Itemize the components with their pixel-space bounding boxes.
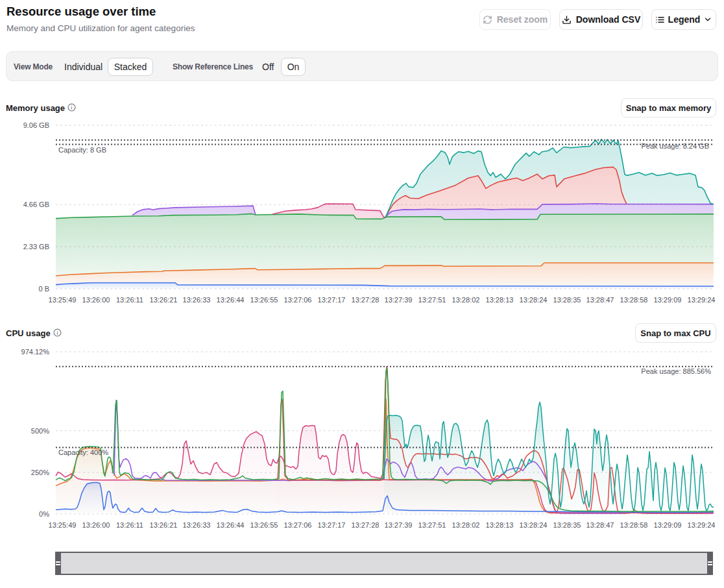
svg-text:13:28:13: 13:28:13 — [486, 521, 514, 529]
svg-text:13:27:39: 13:27:39 — [385, 296, 413, 304]
svg-text:13:26:11: 13:26:11 — [116, 521, 143, 529]
svg-text:13:28:47: 13:28:47 — [586, 296, 614, 304]
svg-text:13:29:24: 13:29:24 — [688, 521, 716, 529]
svg-text:13:27:17: 13:27:17 — [318, 521, 346, 529]
svg-text:13:26:00: 13:26:00 — [82, 521, 110, 529]
svg-text:9.06 GB: 9.06 GB — [23, 121, 49, 129]
svg-text:Peak usage: 8.24 GB: Peak usage: 8.24 GB — [641, 142, 709, 150]
svg-text:13:26:33: 13:26:33 — [183, 296, 211, 304]
svg-text:13:26:21: 13:26:21 — [150, 521, 178, 529]
svg-text:13:27:51: 13:27:51 — [418, 521, 446, 529]
svg-text:13:26:33: 13:26:33 — [183, 521, 211, 529]
svg-text:13:27:28: 13:27:28 — [352, 521, 380, 529]
svg-text:13:29:24: 13:29:24 — [688, 296, 716, 304]
svg-text:13:26:55: 13:26:55 — [250, 521, 278, 529]
svg-text:13:25:49: 13:25:49 — [49, 296, 77, 304]
svg-text:974.12%: 974.12% — [21, 348, 50, 356]
svg-text:13:26:44: 13:26:44 — [217, 521, 245, 529]
svg-text:13:28:35: 13:28:35 — [553, 296, 581, 304]
svg-text:13:28:58: 13:28:58 — [620, 521, 648, 529]
svg-text:13:26:55: 13:26:55 — [250, 296, 278, 304]
svg-text:Capacity: 8 GB: Capacity: 8 GB — [58, 146, 106, 154]
svg-text:Peak usage: 885.56%: Peak usage: 885.56% — [641, 367, 711, 375]
svg-text:13:28:02: 13:28:02 — [452, 296, 480, 304]
svg-text:13:27:17: 13:27:17 — [318, 296, 346, 304]
svg-text:13:28:02: 13:28:02 — [452, 521, 480, 529]
svg-text:13:27:06: 13:27:06 — [284, 521, 312, 529]
svg-text:0 B: 0 B — [38, 285, 49, 293]
svg-text:0%: 0% — [39, 510, 49, 518]
svg-text:13:28:24: 13:28:24 — [520, 521, 548, 529]
svg-text:13:28:13: 13:28:13 — [486, 296, 514, 304]
svg-text:13:28:24: 13:28:24 — [520, 296, 548, 304]
svg-text:13:26:44: 13:26:44 — [217, 296, 245, 304]
svg-text:13:25:49: 13:25:49 — [49, 521, 77, 529]
svg-text:250%: 250% — [31, 469, 49, 476]
svg-text:13:27:06: 13:27:06 — [284, 296, 312, 304]
svg-text:4.66 GB: 4.66 GB — [23, 201, 49, 208]
svg-text:13:29:09: 13:29:09 — [654, 521, 682, 529]
svg-text:13:27:51: 13:27:51 — [418, 296, 446, 304]
svg-text:Capacity: 400%: Capacity: 400% — [58, 448, 108, 456]
svg-text:13:26:11: 13:26:11 — [116, 296, 143, 304]
svg-text:13:28:58: 13:28:58 — [620, 296, 648, 304]
svg-text:500%: 500% — [31, 427, 49, 435]
svg-text:13:27:28: 13:27:28 — [352, 296, 380, 304]
svg-text:13:27:39: 13:27:39 — [385, 521, 413, 529]
svg-text:13:26:00: 13:26:00 — [82, 296, 110, 304]
svg-text:2.33 GB: 2.33 GB — [23, 243, 49, 251]
svg-text:13:28:47: 13:28:47 — [586, 521, 614, 529]
svg-text:13:29:09: 13:29:09 — [654, 296, 682, 304]
svg-text:13:28:35: 13:28:35 — [553, 521, 581, 529]
svg-text:13:26:21: 13:26:21 — [150, 296, 178, 304]
